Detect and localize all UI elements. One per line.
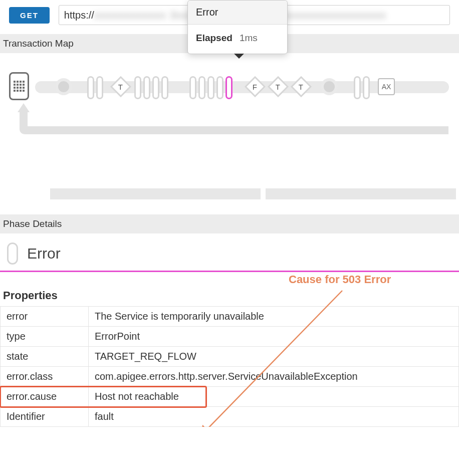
table-row: error.causeHost not reachable (1, 387, 459, 407)
flow-diamond-4[interactable]: T (291, 76, 312, 97)
property-key: error.class (1, 367, 89, 387)
property-value: com.apigee.errors.http.server.ServiceUna… (89, 367, 459, 387)
property-key: error.cause (1, 387, 89, 407)
property-value: fault (89, 407, 459, 427)
table-row: error.classcom.apigee.errors.http.server… (1, 367, 459, 387)
url-prefix: https:// (64, 10, 94, 21)
flow-pill-group-3[interactable] (189, 76, 233, 99)
return-flow-arrow (13, 103, 448, 138)
table-row: Identifierfault (1, 407, 459, 427)
flow-endpoint-circle-2[interactable] (321, 78, 338, 95)
property-value: TARGET_REQ_FLOW (89, 347, 459, 367)
phase-title: Error (27, 245, 61, 262)
tooltip-elapsed-value: 1ms (240, 33, 258, 44)
table-row: stateTARGET_REQ_FLOW (1, 347, 459, 367)
client-device-icon (9, 72, 29, 100)
table-row: errorThe Service is temporarily unavaila… (1, 307, 459, 327)
http-method-badge: GET (9, 7, 50, 24)
selected-error-step[interactable] (225, 76, 233, 99)
flow-diamond-2[interactable]: F (245, 76, 266, 97)
tooltip-elapsed-label: Elapsed (196, 33, 233, 44)
phase-step-icon (7, 243, 18, 265)
flow-pill-group-4[interactable] (354, 76, 370, 99)
phase-title-row: Error (0, 233, 459, 272)
flow-endpoint-circle[interactable] (55, 78, 72, 95)
flow-diamond-3[interactable]: T (268, 76, 289, 97)
step-tooltip: Error Elapsed 1ms (187, 0, 288, 54)
property-key: state (1, 347, 89, 367)
segment-bar-request[interactable] (50, 188, 261, 199)
transaction-map: T F T T AX (0, 53, 459, 148)
property-key: Identifier (1, 407, 89, 427)
flow-target-box[interactable]: AX (378, 78, 395, 95)
property-value: ErrorPoint (89, 327, 459, 347)
property-value: The Service is temporarily unavailable (89, 307, 459, 327)
annotation-label: Cause for 503 Error (289, 273, 391, 286)
tooltip-pointer-icon (234, 54, 244, 59)
tooltip-title: Error (188, 1, 287, 25)
flow-pill-group-2[interactable] (134, 76, 168, 99)
properties-table: errorThe Service is temporarily unavaila… (0, 306, 459, 427)
property-key: error (1, 307, 89, 327)
segment-bars (0, 188, 459, 214)
property-value: Host not reachable (89, 387, 459, 407)
phase-details-header: Phase Details (0, 214, 459, 233)
flow-diamond-1[interactable]: T (110, 76, 131, 97)
property-key: type (1, 327, 89, 347)
table-row: typeErrorPoint (1, 327, 459, 347)
segment-bar-response[interactable] (266, 188, 456, 199)
flow-pill-group-1[interactable] (87, 76, 103, 99)
